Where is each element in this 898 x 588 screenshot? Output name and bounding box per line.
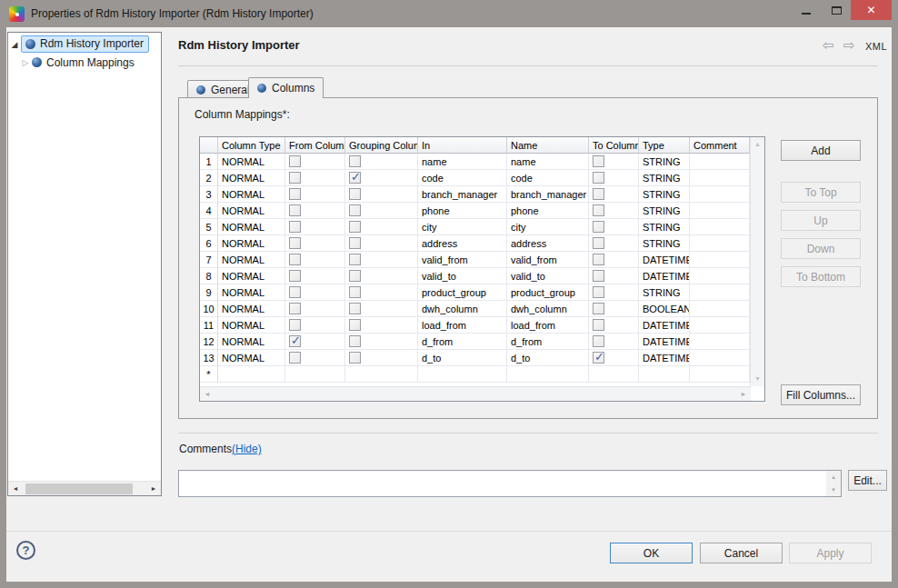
cell-column-type[interactable]: NORMAL: [218, 268, 285, 284]
cell-grouping-column[interactable]: [345, 317, 418, 334]
cell-to-column[interactable]: [589, 268, 639, 284]
cell-type[interactable]: BOOLEAN: [639, 301, 690, 317]
tree-item-rdm-history-importer[interactable]: ◢ Rdm History Importer: [8, 35, 149, 53]
cell-grouping-column[interactable]: [345, 268, 418, 284]
cell-from-column[interactable]: [285, 235, 345, 252]
scroll-right-icon[interactable]: ►: [146, 482, 161, 496]
cell-column-type[interactable]: [218, 366, 285, 383]
cell-column-type[interactable]: NORMAL: [218, 334, 285, 350]
grouping-column-checkbox[interactable]: [349, 172, 361, 184]
column-header-column-type[interactable]: Column Type: [218, 137, 285, 154]
forward-arrow-icon[interactable]: ⇨: [843, 37, 855, 54]
cell-to-column[interactable]: [589, 301, 639, 317]
column-header-comment[interactable]: Comment: [690, 137, 750, 154]
cell-from-column[interactable]: [285, 203, 345, 219]
close-button[interactable]: ✕: [851, 0, 892, 20]
cell-grouping-column[interactable]: [345, 154, 418, 170]
table-row[interactable]: 13NORMALd_tod_toDATETIME: [200, 350, 750, 366]
to-column-checkbox[interactable]: [593, 335, 604, 347]
from-column-checkbox[interactable]: [289, 237, 301, 249]
back-arrow-icon[interactable]: ⇦: [823, 37, 834, 54]
cell-comment[interactable]: [690, 154, 750, 170]
cell-in[interactable]: d_to: [418, 350, 507, 366]
tree-selection[interactable]: Rdm History Importer: [21, 35, 149, 53]
table-horizontal-scrollbar[interactable]: ◄ ►: [200, 386, 751, 401]
cell-type[interactable]: STRING: [639, 203, 690, 219]
to-column-checkbox[interactable]: [593, 286, 604, 298]
cell-num[interactable]: 2: [200, 170, 218, 186]
cell-name[interactable]: name: [507, 154, 589, 170]
cell-name[interactable]: load_from: [507, 317, 589, 334]
cell-in[interactable]: address: [418, 235, 507, 252]
column-header-to-column[interactable]: To Column: [589, 137, 639, 154]
to-column-checkbox[interactable]: [593, 155, 604, 167]
comments-scrollbar[interactable]: ▲ ▼: [826, 471, 841, 496]
table-row[interactable]: *: [200, 366, 750, 383]
cell-from-column[interactable]: [285, 252, 345, 268]
from-column-checkbox[interactable]: [289, 221, 301, 233]
cell-comment[interactable]: [690, 284, 750, 301]
cell-grouping-column[interactable]: [345, 235, 418, 252]
table-row[interactable]: 4NORMALphonephoneSTRING: [200, 203, 750, 219]
cell-name[interactable]: valid_to: [507, 268, 589, 284]
cell-in[interactable]: valid_to: [418, 268, 507, 284]
cell-num[interactable]: 9: [200, 284, 218, 301]
table-row[interactable]: 9NORMALproduct_groupproduct_groupSTRING: [200, 284, 750, 301]
cell-comment[interactable]: [690, 219, 750, 235]
cell-from-column[interactable]: [285, 186, 345, 203]
cell-type[interactable]: STRING: [639, 186, 690, 203]
to-column-checkbox[interactable]: [593, 172, 604, 184]
cell-in[interactable]: valid_from: [418, 252, 507, 268]
tree-item-column-mappings[interactable]: ▷ Column Mappings: [19, 54, 135, 71]
grouping-column-checkbox[interactable]: [349, 303, 361, 314]
from-column-checkbox[interactable]: [289, 254, 301, 265]
to-top-button[interactable]: To Top: [781, 182, 861, 203]
cell-num[interactable]: 1: [200, 154, 218, 170]
from-column-checkbox[interactable]: [289, 319, 301, 331]
cell-to-column[interactable]: [589, 170, 639, 186]
cell-name[interactable]: branch_manager: [507, 186, 589, 203]
scroll-left-icon[interactable]: ◄: [8, 482, 23, 496]
to-column-checkbox[interactable]: [593, 221, 604, 233]
cell-comment[interactable]: [690, 366, 750, 383]
cell-name[interactable]: address: [507, 235, 589, 252]
cell-num[interactable]: 12: [200, 334, 218, 350]
column-header-grouping-column[interactable]: Grouping Column: [345, 137, 418, 154]
cell-num[interactable]: 5: [200, 219, 218, 235]
cell-column-type[interactable]: NORMAL: [218, 284, 285, 301]
cell-in[interactable]: branch_manager: [418, 186, 507, 203]
cell-column-type[interactable]: NORMAL: [218, 170, 285, 186]
to-column-checkbox[interactable]: [593, 204, 604, 216]
cell-name[interactable]: [507, 366, 589, 383]
cell-grouping-column[interactable]: [345, 252, 418, 268]
cell-in[interactable]: [418, 366, 507, 383]
up-button[interactable]: Up: [781, 210, 861, 231]
cell-comment[interactable]: [690, 334, 750, 350]
cell-in[interactable]: load_from: [418, 317, 507, 334]
add-button[interactable]: Add: [781, 140, 861, 161]
grouping-column-checkbox[interactable]: [349, 237, 361, 249]
apply-button[interactable]: Apply: [789, 543, 872, 563]
from-column-checkbox[interactable]: [289, 204, 301, 216]
cell-num[interactable]: 8: [200, 268, 218, 284]
cell-type[interactable]: STRING: [639, 284, 690, 301]
from-column-checkbox[interactable]: [289, 270, 301, 282]
cell-name[interactable]: dwh_column: [507, 301, 589, 317]
down-button[interactable]: Down: [781, 238, 861, 259]
tree-expand-icon[interactable]: ◢: [8, 40, 21, 49]
grouping-column-checkbox[interactable]: [349, 254, 361, 265]
cell-column-type[interactable]: NORMAL: [218, 235, 285, 252]
cell-num[interactable]: 10: [200, 301, 218, 317]
scroll-left-icon[interactable]: ◄: [200, 387, 215, 401]
cell-grouping-column[interactable]: [345, 186, 418, 203]
to-column-checkbox[interactable]: [593, 303, 604, 314]
scrollbar-thumb[interactable]: [25, 483, 133, 494]
grouping-column-checkbox[interactable]: [349, 155, 361, 167]
cell-type[interactable]: DATETIME: [639, 252, 690, 268]
cell-comment[interactable]: [690, 186, 750, 203]
cell-type[interactable]: DATETIME: [639, 334, 690, 350]
tab-columns[interactable]: Columns: [248, 77, 324, 98]
cell-to-column[interactable]: [589, 219, 639, 235]
cell-column-type[interactable]: NORMAL: [218, 154, 285, 170]
from-column-checkbox[interactable]: [289, 335, 301, 347]
